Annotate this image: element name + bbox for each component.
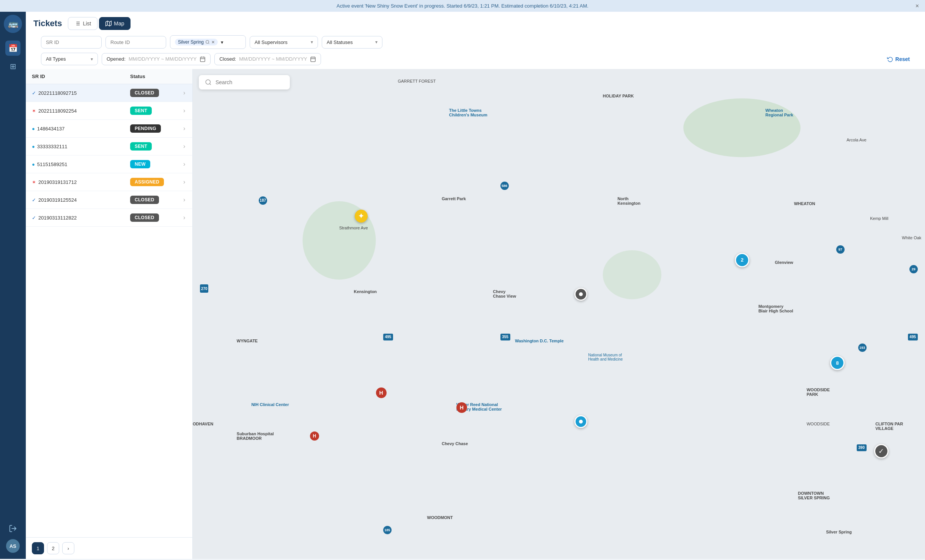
table-row[interactable]: ✓ 20221118092715 CLOSED › [26,84,192,102]
cell-sr-id: ✓ 20221118092715 [26,86,124,100]
sidebar-logout-button[interactable] [9,524,17,535]
cell-chevron[interactable]: › [177,121,192,136]
svg-point-10 [206,41,209,44]
col-status: Status [124,69,177,84]
highway-495b: 495 [908,334,918,340]
sidebar-item-grid[interactable]: ⊞ [5,59,20,74]
cell-sr-id: ✓ 20190313112822 [26,210,124,225]
reset-label: Reset [895,56,910,62]
table-row[interactable]: ✶ 20221118092254 SENT › [26,102,192,120]
sr-id-value: 1486434137 [37,126,64,132]
cell-chevron[interactable]: › [177,85,192,101]
highway-270: 270 [200,284,208,293]
cell-sr-id: ● 51151589251 [26,157,124,172]
supervisors-filter[interactable]: All Supervisors ▾ [250,36,318,49]
table-row[interactable]: ✓ 20190313112822 CLOSED › [26,209,192,227]
top-banner: Active event 'New Shiny Snow Event' in p… [0,0,925,12]
cell-status: NEW [124,155,177,173]
status-badge: CLOSED [130,196,159,204]
svg-rect-12 [200,57,205,61]
map-view-label: Map [114,20,124,27]
location-tag-remove[interactable]: ✕ [211,40,215,45]
cell-chevron[interactable]: › [177,192,192,208]
filter-row-1: Silver Spring ✕ ▾ All Supervisors ▾ All … [33,35,917,53]
map-search-input[interactable] [216,79,284,85]
route-id-input[interactable] [105,36,166,49]
table-row[interactable]: ● 1486434137 PENDING › [26,120,192,138]
map-marker-cluster-2[interactable]: 2 [735,253,749,267]
status-badge: PENDING [130,124,161,133]
supervisors-chevron: ▾ [311,39,313,45]
page-button-2[interactable]: 2 [47,542,59,554]
location-filter[interactable]: Silver Spring ✕ ▾ [170,35,246,49]
status-badge: SENT [130,142,152,151]
cell-chevron[interactable]: › [177,138,192,154]
svg-line-25 [209,83,211,85]
marker-blue-single-icon [574,415,587,428]
sr-id-input[interactable] [41,36,102,49]
app-layout: 🚌 📅 ⊞ AS Tickets List [0,12,925,559]
svg-point-21 [683,99,801,157]
types-label: All Types [46,56,66,62]
table-row[interactable]: ✓ 20190319125524 CLOSED › [26,191,192,209]
svg-point-24 [206,80,210,84]
list-view-button[interactable]: List [68,17,98,30]
user-avatar[interactable]: AS [6,539,20,553]
map-marker-check[interactable]: ✓ [874,444,889,458]
banner-close-button[interactable]: × [916,3,919,9]
marker-check-icon: ✓ [874,444,889,458]
table-row[interactable]: ● 33333332111 SENT › [26,138,192,155]
types-filter[interactable]: All Types ▾ [41,53,98,65]
map-marker-blue-single[interactable] [574,415,587,428]
row-indicator-circle: ● [32,162,35,167]
cell-status: PENDING [124,120,177,137]
sr-id-value: 20190319131712 [38,179,77,185]
cell-chevron[interactable]: › [177,156,192,172]
map-marker-cluster-8[interactable]: 8 [830,356,845,370]
map-search-icon [205,79,212,86]
hospital-marker-2: H [456,402,467,413]
cell-chevron[interactable]: › [177,174,192,190]
highway-586: 586 [500,182,509,190]
cell-status: SENT [124,138,177,155]
cell-status: CLOSED [124,209,177,226]
row-indicator-check: ✓ [32,197,36,203]
reset-button[interactable]: Reset [887,56,910,62]
svg-rect-20 [193,69,925,559]
banner-text: Active event 'New Shiny Snow Event' in p… [337,3,588,9]
map-view-button[interactable]: Map [99,17,131,30]
opened-date-filter[interactable]: Opened: MM/DD/YYYY ~ MM/DD/YYYY [102,53,211,65]
header-top: Tickets List Map [33,17,917,30]
map-marker-star[interactable]: ✦ [355,210,368,223]
cell-chevron[interactable]: › [177,103,192,119]
location-tag: Silver Spring ✕ [175,39,218,45]
marker-yellow-icon: ✦ [355,210,368,223]
cell-chevron[interactable]: › [177,210,192,226]
sidebar-logo[interactable]: 🚌 [4,15,22,33]
pagination-next-button[interactable]: › [62,542,74,554]
page-title: Tickets [33,19,62,28]
closed-date-value: MM/DD/YYYY ~ MM/DD/YYYY [239,56,307,62]
row-indicator-circle: ● [32,144,35,149]
page-button-1[interactable]: 1 [32,542,44,554]
view-toggle: List Map [68,17,131,30]
sr-id-value: 20190313112822 [38,215,77,221]
statuses-filter[interactable]: All Statuses ▾ [322,36,382,49]
row-indicator-star: ✶ [32,108,36,114]
hospital-marker-3: H [310,431,319,441]
closed-date-filter[interactable]: Closed: MM/DD/YYYY ~ MM/DD/YYYY [214,53,321,65]
sidebar-item-calendar[interactable]: 📅 [5,41,20,56]
cell-status: CLOSED [124,84,177,102]
svg-line-11 [208,43,209,44]
statuses-chevron: ▾ [375,39,378,45]
highway-495: 495 [383,334,393,340]
highway-355: 355 [500,334,510,340]
cell-sr-id: ● 33333332111 [26,139,124,154]
table-row[interactable]: ✶ 20190319131712 ASSIGNED › [26,173,192,191]
table-row[interactable]: ● 51151589251 NEW › [26,155,192,173]
map-marker-grey[interactable] [574,288,587,301]
row-indicator-check: ✓ [32,215,36,221]
sr-id-value: 20190319125524 [38,197,77,203]
sr-id-value: 33333332111 [37,144,68,149]
status-badge: ASSIGNED [130,178,164,186]
